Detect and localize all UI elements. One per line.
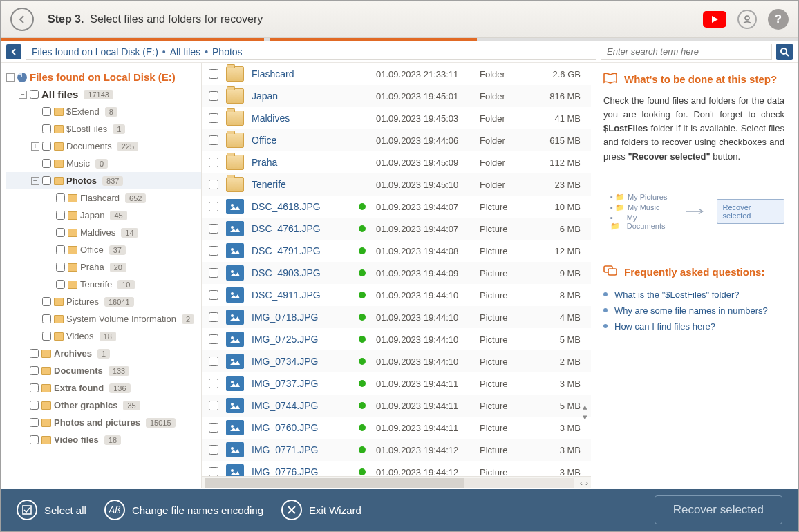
row-checkbox[interactable] xyxy=(209,180,218,189)
tree-item[interactable]: $LostFiles1 xyxy=(6,120,201,137)
folder-tree[interactable]: − Files found on Local Disk (E:) − All f… xyxy=(1,63,201,488)
file-row[interactable]: IMG_0725.JPG01.09.2023 19:44:10Picture5 … xyxy=(202,328,591,350)
row-checkbox[interactable] xyxy=(209,158,218,167)
tree-checkbox[interactable] xyxy=(30,366,39,375)
tree-checkbox[interactable] xyxy=(30,383,39,392)
row-checkbox[interactable] xyxy=(209,357,218,366)
file-row[interactable]: Tenerife01.09.2023 19:45:10Folder23 MB xyxy=(202,173,591,196)
row-checkbox[interactable] xyxy=(209,202,218,211)
file-row[interactable]: DSC_4911.JPG01.09.2023 19:44:10Picture8 … xyxy=(202,284,591,306)
tree-checkbox[interactable] xyxy=(30,418,39,427)
row-checkbox[interactable] xyxy=(209,467,218,476)
tree-checkbox[interactable] xyxy=(56,211,65,220)
row-checkbox[interactable] xyxy=(209,246,218,256)
file-row[interactable]: DSC_4903.JPG01.09.2023 19:44:09Picture9 … xyxy=(202,262,591,284)
tree-item[interactable]: Japan45 xyxy=(6,207,201,224)
row-checkbox[interactable] xyxy=(209,445,218,455)
back-button[interactable] xyxy=(10,8,34,31)
tree-root[interactable]: − Files found on Local Disk (E:) xyxy=(6,68,201,86)
tree-checkbox[interactable] xyxy=(56,245,65,254)
file-row[interactable]: IMG_0776.JPG01.09.2023 19:44:12Picture3 … xyxy=(202,461,591,476)
horizontal-scrollbar[interactable]: ‹ › xyxy=(202,476,591,488)
row-checkbox[interactable] xyxy=(209,334,218,344)
tree-checkbox[interactable] xyxy=(42,124,51,133)
exit-wizard-button[interactable]: Exit Wizard xyxy=(281,500,361,520)
row-checkbox[interactable] xyxy=(209,379,218,388)
tree-item[interactable]: Videos18 xyxy=(6,327,201,345)
tree-checkbox[interactable] xyxy=(56,280,65,289)
tree-checkbox[interactable] xyxy=(30,401,39,410)
tree-checkbox[interactable] xyxy=(56,263,65,272)
tree-checkbox[interactable] xyxy=(56,228,65,237)
tree-checkbox[interactable] xyxy=(30,435,39,444)
file-row[interactable]: Praha01.09.2023 19:45:09Folder112 MB xyxy=(202,151,591,173)
tree-item[interactable]: −Photos837 xyxy=(6,172,201,189)
row-checkbox[interactable] xyxy=(209,224,218,234)
file-row[interactable]: IMG_0771.JPG01.09.2023 19:44:12Picture3 … xyxy=(202,439,591,461)
file-row[interactable]: Office01.09.2023 19:44:06Folder615 MB xyxy=(202,129,591,151)
youtube-icon[interactable] xyxy=(703,11,726,28)
expander-icon[interactable]: − xyxy=(19,91,27,99)
breadcrumb-back-button[interactable] xyxy=(6,44,21,59)
tree-checkbox[interactable] xyxy=(42,332,51,341)
file-row[interactable]: Maldives01.09.2023 19:45:03Folder41 MB xyxy=(202,107,591,129)
row-checkbox[interactable] xyxy=(209,135,218,145)
expander-icon[interactable] xyxy=(31,125,39,133)
row-checkbox[interactable] xyxy=(209,268,218,278)
row-checkbox[interactable] xyxy=(209,91,218,101)
tree-checkbox[interactable] xyxy=(30,90,39,99)
row-checkbox[interactable] xyxy=(209,113,218,123)
tree-category[interactable]: Other graphics35 xyxy=(6,397,201,414)
row-checkbox[interactable] xyxy=(209,290,218,300)
faq-link[interactable]: What is the "$LostFiles" folder? xyxy=(603,287,784,303)
file-row[interactable]: IMG_0718.JPG01.09.2023 19:44:10Picture4 … xyxy=(202,306,591,328)
tree-checkbox[interactable] xyxy=(42,107,51,116)
tree-item[interactable]: System Volume Information2 xyxy=(6,310,201,327)
encoding-button[interactable]: Aß Change file names encoding xyxy=(104,500,263,520)
search-input[interactable] xyxy=(601,44,772,60)
vertical-scrollbar[interactable]: ▴▾ xyxy=(579,401,590,422)
tree-item[interactable]: Maldives14 xyxy=(6,224,201,241)
tree-checkbox[interactable] xyxy=(30,349,39,358)
tree-item[interactable]: Praha20 xyxy=(6,258,201,276)
recover-selected-button[interactable]: Recover selected xyxy=(655,495,782,524)
expander-icon[interactable]: − xyxy=(6,73,15,82)
tree-item[interactable]: +Documents225 xyxy=(6,137,201,155)
faq-link[interactable]: How can I find files here? xyxy=(603,319,784,334)
select-all-button[interactable]: Select all xyxy=(17,500,86,520)
breadcrumb[interactable]: Files found on Local Disk (E:) • All fil… xyxy=(26,44,596,60)
tree-item[interactable]: $Extend8 xyxy=(6,103,201,120)
tree-checkbox[interactable] xyxy=(42,159,51,168)
tree-category[interactable]: Photos and pictures15015 xyxy=(6,414,201,431)
expander-icon[interactable] xyxy=(31,332,39,341)
file-row[interactable]: Flashcard01.09.2023 21:33:11Folder2.6 GB xyxy=(202,63,591,85)
account-icon[interactable] xyxy=(737,10,757,29)
expander-icon[interactable] xyxy=(31,298,39,306)
tree-category[interactable]: Documents133 xyxy=(6,362,201,379)
tree-item[interactable]: Office37 xyxy=(6,241,201,258)
file-row[interactable]: DSC_4618.JPG01.09.2023 19:44:07Picture10… xyxy=(202,196,591,218)
faq-link[interactable]: Why are some file names in numbers? xyxy=(603,303,784,319)
tree-category[interactable]: Video files18 xyxy=(6,431,201,448)
tree-item[interactable]: Tenerife10 xyxy=(6,276,201,293)
tree-category[interactable]: Extra found136 xyxy=(6,379,201,397)
tree-checkbox[interactable] xyxy=(42,297,51,306)
tree-checkbox[interactable] xyxy=(42,176,51,185)
tree-item[interactable]: Music0 xyxy=(6,155,201,172)
file-row[interactable]: Japan01.09.2023 19:45:01Folder816 MB xyxy=(202,85,591,107)
row-checkbox[interactable] xyxy=(209,69,218,79)
search-button[interactable] xyxy=(776,44,793,60)
row-checkbox[interactable] xyxy=(209,401,218,410)
row-checkbox[interactable] xyxy=(209,423,218,433)
help-button[interactable]: ? xyxy=(768,9,789,30)
tree-allfiles[interactable]: − All files 17143 xyxy=(6,86,201,103)
tree-category[interactable]: Archives1 xyxy=(6,345,201,362)
expander-icon[interactable] xyxy=(31,315,39,323)
file-row[interactable]: IMG_0744.JPG01.09.2023 19:44:11Picture5 … xyxy=(202,395,591,417)
scroll-right-icon[interactable]: › xyxy=(585,478,588,488)
row-checkbox[interactable] xyxy=(209,312,218,322)
expander-icon[interactable] xyxy=(31,108,39,116)
expander-icon[interactable]: − xyxy=(31,177,39,185)
file-row[interactable]: IMG_0734.JPG01.09.2023 19:44:10Picture2 … xyxy=(202,350,591,372)
scroll-left-icon[interactable]: ‹ xyxy=(580,478,583,488)
